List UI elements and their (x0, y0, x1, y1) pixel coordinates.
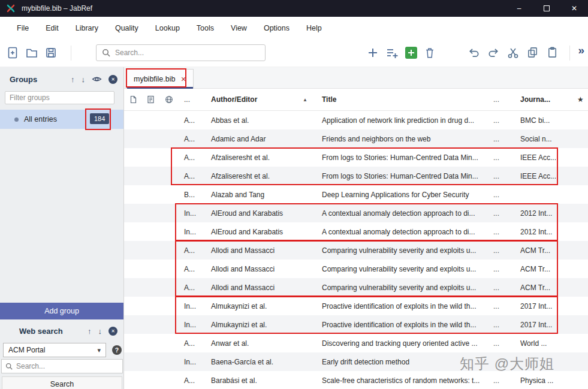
column-header-note[interactable] (142, 95, 159, 104)
table-row[interactable]: In... Almukaynizi et al. Proactive ident… (124, 315, 588, 334)
column-header-file[interactable] (124, 95, 142, 104)
table-row[interactable]: A... Barabási et al. Scale-free characte… (124, 371, 588, 389)
menu-help[interactable]: Help (298, 24, 330, 32)
table-row[interactable]: A... Adamic and Adar Friends and neighbo… (124, 129, 588, 148)
web-search-button[interactable]: Search (2, 376, 122, 389)
open-library-button[interactable] (25, 46, 38, 59)
new-entry-plain-button[interactable] (405, 47, 417, 59)
author-cell: Anwar et al. (206, 339, 321, 348)
table-row[interactable]: In... Baena-García et al. Early drift de… (124, 352, 588, 371)
save-library-button[interactable] (44, 46, 58, 59)
overflow-cell: ... (492, 339, 519, 348)
maximize-button[interactable] (533, 0, 560, 17)
move-down-icon[interactable]: ↓ (82, 75, 86, 84)
table-row[interactable]: B... Alazab and Tang Deep Learning Appli… (124, 185, 588, 204)
table-row[interactable]: A... Afzaliseresht et al. From logs to S… (124, 167, 588, 185)
undo-icon[interactable] (468, 46, 480, 59)
move-up-icon[interactable]: ↑ (88, 327, 92, 336)
search-engine-value: ACM Portal (8, 346, 45, 354)
help-icon[interactable]: ? (112, 345, 122, 355)
menu-options[interactable]: Options (255, 24, 298, 32)
menu-quality[interactable]: Quality (107, 24, 147, 32)
paste-icon[interactable] (546, 46, 559, 59)
search-icon (5, 363, 13, 370)
table-row[interactable]: A... Allodi and Massacci Comparing vulne… (124, 241, 588, 260)
sidebar-item-all-entries[interactable]: All entries 184 (0, 110, 123, 129)
close-panel-icon[interactable]: ✕ (108, 327, 117, 336)
overflow-cell: ... (492, 376, 519, 385)
entrytype-cell: A... (179, 116, 206, 125)
column-header-journal[interactable]: Journa... (519, 95, 573, 104)
file-icon (129, 95, 137, 104)
group-dot-icon (14, 117, 19, 122)
close-button[interactable]: ✕ (560, 0, 588, 17)
column-header-title[interactable]: Title (321, 95, 492, 104)
minimize-button[interactable]: – (505, 0, 533, 17)
column-header-url[interactable] (159, 95, 179, 104)
all-entries-label: All entries (24, 115, 57, 123)
table-row[interactable]: In... Almukaynizi et al. Proactive ident… (124, 297, 588, 315)
table-row[interactable]: In... AlEroud and Karabatis A contextual… (124, 222, 588, 241)
column-header-entrytype[interactable]: ... (179, 95, 206, 104)
title-cell: Proactive identification of exploits in … (321, 321, 492, 329)
entrytype-cell: B... (179, 191, 206, 199)
move-up-icon[interactable]: ↑ (71, 75, 75, 84)
table-row[interactable]: A... Abbas et al. Application of network… (124, 111, 588, 129)
delete-entry-button[interactable] (424, 47, 436, 59)
move-down-icon[interactable]: ↓ (98, 327, 102, 336)
toolbar-separator (71, 46, 71, 61)
table-row[interactable]: A... Allodi and Massacci Comparing vulne… (124, 278, 588, 297)
sort-ascending-icon[interactable]: ▲ (303, 97, 307, 102)
global-search-box[interactable]: Search... (96, 44, 266, 61)
author-cell: Baena-García et al. (206, 358, 321, 366)
title-cell: From logs to Stories: Human-Centred Data… (321, 153, 492, 162)
redo-icon[interactable] (487, 46, 500, 59)
overflow-cell: ... (492, 228, 519, 236)
menu-lookup[interactable]: Lookup (147, 24, 188, 32)
table-row[interactable]: A... Allodi and Massacci Comparing vulne… (124, 260, 588, 278)
jabref-logo-icon (6, 4, 16, 13)
column-header-author[interactable]: Author/Editor ▲ (206, 95, 321, 104)
copy-icon[interactable] (526, 46, 539, 59)
menu-library[interactable]: Library (67, 24, 107, 32)
entrytype-cell: In... (179, 228, 206, 236)
tab-close-icon[interactable]: ✕ (180, 76, 186, 83)
entrytype-cell: A... (179, 172, 206, 180)
entrytype-cell: A... (179, 339, 206, 348)
menu-edit[interactable]: Edit (37, 24, 67, 32)
title-cell: Discovering and tracking query oriented … (321, 339, 492, 348)
author-cell: AlEroud and Karabatis (206, 209, 321, 218)
tab-mybibfile[interactable]: mybibfile.bib ✕ (126, 69, 194, 89)
new-entry-button[interactable] (367, 47, 379, 59)
cut-icon[interactable] (507, 47, 519, 59)
add-group-button[interactable]: Add group (0, 303, 123, 319)
web-search-input[interactable]: Search... (1, 359, 123, 373)
overflow-cell: ... (492, 209, 519, 218)
close-panel-icon[interactable]: ✕ (108, 75, 117, 84)
menu-file[interactable]: File (8, 24, 37, 32)
table-row[interactable]: A... Afzaliseresht et al. From logs to S… (124, 148, 588, 167)
journal-cell: 2012 Int... (519, 209, 573, 218)
journal-cell: 2017 Int... (519, 321, 573, 329)
menu-view[interactable]: View (222, 24, 255, 32)
menu-tools[interactable]: Tools (188, 24, 222, 32)
title-cell: Scale-free characteristics of random net… (321, 376, 492, 385)
new-entry-from-list-button[interactable] (385, 46, 399, 59)
search-engine-dropdown[interactable]: ACM Portal ▾ (3, 343, 106, 357)
entrytype-cell: In... (179, 302, 206, 310)
web-search-button-label: Search (50, 380, 74, 389)
title-cell: From logs to Stories: Human-Centred Data… (321, 172, 492, 180)
table-row[interactable]: A... Anwar et al. Discovering and tracki… (124, 334, 588, 352)
title-cell: Comparing vulnerability severity and exp… (321, 284, 492, 292)
entrytype-cell: A... (179, 284, 206, 292)
window-controls: – ✕ (505, 0, 588, 17)
journal-cell: World ... (519, 339, 573, 348)
column-header-overflow[interactable]: ... (492, 95, 519, 104)
groups-header-icons: ↑ ↓ ✕ (71, 71, 117, 88)
table-row[interactable]: In... AlEroud and Karabatis A contextual… (124, 204, 588, 222)
filter-groups-input[interactable]: Filter groups (5, 91, 114, 104)
toggle-view-eye-icon[interactable] (92, 76, 102, 83)
new-library-button[interactable] (6, 46, 19, 59)
column-header-rank[interactable]: ★ (573, 95, 588, 104)
toolbar-overflow-button[interactable]: » (578, 44, 584, 57)
